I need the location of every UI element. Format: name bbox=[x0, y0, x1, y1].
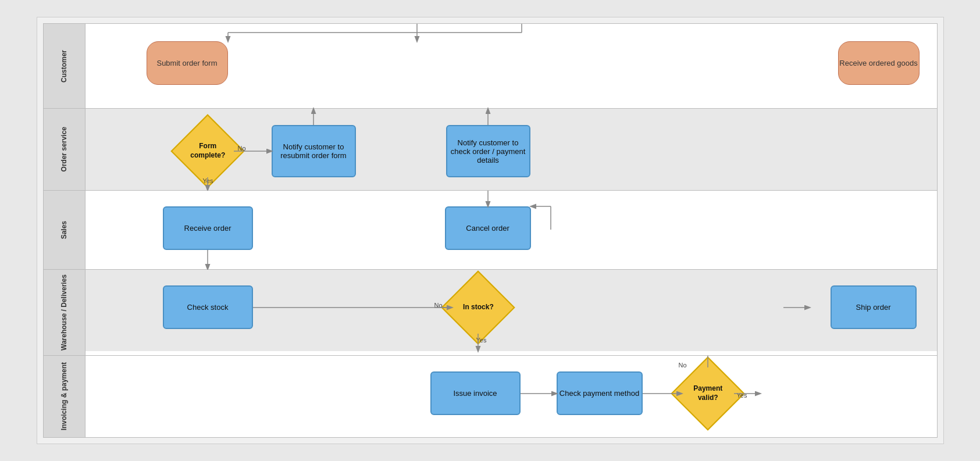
outer-wrapper: Customer Submit order form Receive order… bbox=[37, 17, 944, 444]
ship-order: Ship order bbox=[831, 285, 917, 329]
lane-order-service: Order service Form complete? No Yes Noti… bbox=[44, 109, 937, 191]
lane-invoicing: Invoicing & payment Issue invoice Check … bbox=[44, 356, 937, 437]
submit-order-form: Submit order form bbox=[147, 41, 228, 85]
lane-content-sales: Receive order Cancel order bbox=[85, 191, 937, 269]
lane-label-text-customer: Customer bbox=[60, 50, 68, 83]
lane-content-warehouse: Check stock In stock? No Yes Ship order bbox=[85, 270, 937, 351]
lane-label-text-invoicing: Invoicing & payment bbox=[60, 362, 68, 430]
lane-content-invoicing: Issue invoice Check payment method Payme… bbox=[85, 356, 937, 437]
check-payment-method: Check payment method bbox=[557, 371, 643, 415]
lane-label-text-sales: Sales bbox=[60, 221, 68, 239]
in-stock-diamond: In stock? bbox=[441, 270, 515, 344]
lane-label-warehouse: Warehouse / Deliveries bbox=[44, 270, 85, 355]
lane-label-text-order-service: Order service bbox=[60, 127, 68, 171]
no-label-3: No bbox=[679, 362, 687, 369]
diagram-container: Customer Submit order form Receive order… bbox=[43, 23, 938, 438]
yes-label-3: Yes bbox=[737, 392, 747, 399]
cancel-order: Cancel order bbox=[445, 206, 531, 250]
notify-check: Notify customer to check order / payment… bbox=[446, 125, 530, 177]
no-label-1: No bbox=[238, 145, 246, 152]
lane-label-sales: Sales bbox=[44, 191, 85, 269]
lane-content-order-service: Form complete? No Yes Notify customer to… bbox=[85, 109, 937, 190]
lane-label-invoicing: Invoicing & payment bbox=[44, 356, 85, 437]
lane-content-customer: Submit order form Receive ordered goods bbox=[85, 24, 937, 108]
lane-customer: Customer Submit order form Receive order… bbox=[44, 24, 937, 109]
check-stock: Check stock bbox=[163, 285, 253, 329]
lane-label-order-service: Order service bbox=[44, 109, 85, 190]
lane-label-text-warehouse: Warehouse / Deliveries bbox=[60, 274, 68, 351]
lane-warehouse: Warehouse / Deliveries Check stock In st… bbox=[44, 270, 937, 356]
no-label-2: No bbox=[434, 302, 443, 309]
lane-sales: Sales Receive order Cancel order bbox=[44, 191, 937, 270]
receive-ordered-goods: Receive ordered goods bbox=[838, 41, 920, 85]
issue-invoice: Issue invoice bbox=[430, 371, 521, 415]
receive-order: Receive order bbox=[163, 206, 253, 250]
lane-label-customer: Customer bbox=[44, 24, 85, 108]
yes-label-2: Yes bbox=[476, 337, 487, 344]
notify-resubmit: Notify customer to resubmit order form bbox=[272, 125, 356, 177]
yes-label-1: Yes bbox=[203, 177, 213, 184]
